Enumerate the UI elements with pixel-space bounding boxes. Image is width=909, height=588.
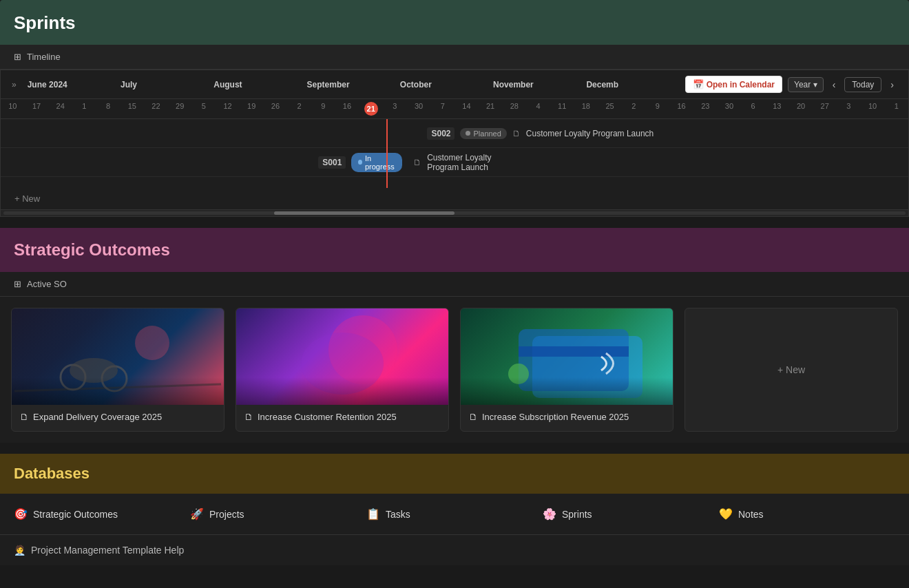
- month-august: August: [211, 80, 304, 90]
- card-subscription-title: Increase Subscription Revenue 2025: [482, 412, 629, 422]
- day-4: 4: [526, 102, 550, 116]
- collapse-icon[interactable]: »: [12, 80, 17, 90]
- db-sprints[interactable]: 🌸 Sprints: [543, 507, 719, 521]
- day-11: 11: [550, 102, 574, 116]
- strategic-outcomes-header: Strategic Outcomes: [0, 228, 909, 272]
- calendar-icon: 📅: [693, 79, 704, 90]
- day-30: 30: [407, 102, 431, 116]
- inprogress-dot: [358, 160, 362, 165]
- year-dropdown[interactable]: Year ▾: [788, 77, 824, 92]
- month-july: July: [118, 80, 211, 90]
- day-10b: 10: [861, 102, 885, 116]
- strategic-outcomes-section: Strategic Outcomes ⊞ Active SO: [0, 228, 909, 443]
- scrollbar-area[interactable]: [1, 209, 908, 216]
- scrollbar-thumb: [274, 211, 454, 215]
- db-notes[interactable]: 💛 Notes: [719, 507, 895, 521]
- active-so-bar[interactable]: ⊞ Active SO: [0, 272, 909, 297]
- card-retention[interactable]: 🗋 Increase Customer Retention 2025: [236, 308, 449, 432]
- new-strategic-outcome-card[interactable]: + New: [685, 308, 898, 432]
- clipboard-icon: 📋: [366, 507, 380, 521]
- day-9b: 9: [646, 102, 670, 116]
- s001-row[interactable]: S001 In progress 🗋 Customer Loyalty Prog…: [1, 148, 908, 177]
- db-tasks-label: Tasks: [386, 509, 410, 520]
- s001-status-badge: In progress: [351, 153, 402, 172]
- s001-id: S001: [318, 156, 346, 169]
- day-22: 22: [144, 102, 168, 116]
- month-october: October: [397, 80, 490, 90]
- day-6: 6: [741, 102, 765, 116]
- day-3a: 3: [383, 102, 407, 116]
- scrollbar-track: [3, 211, 906, 215]
- card-subscription-gradient: [461, 377, 673, 405]
- day-1b: 1: [884, 102, 908, 116]
- month-december: Decemb: [583, 80, 676, 90]
- month-november: November: [490, 80, 583, 90]
- s002-status-badge: Planned: [460, 128, 506, 139]
- day-17: 17: [25, 102, 49, 116]
- day-7: 7: [430, 102, 454, 116]
- today-indicator: 21: [364, 102, 378, 116]
- add-new-label: + New: [14, 193, 40, 204]
- s001-status-label: In progress: [365, 154, 395, 171]
- new-card-label: + New: [777, 364, 805, 375]
- card-retention-image-wrap: [236, 308, 448, 405]
- card-delivery-image-wrap: [12, 308, 224, 405]
- add-new-button[interactable]: + New: [1, 188, 908, 209]
- planned-dot: [466, 131, 470, 136]
- timeline-section: » June 2024 July August September Octobe…: [0, 70, 909, 217]
- s002-row[interactable]: S002 Planned 🗋 Customer Loyalty Program …: [1, 119, 908, 148]
- month-labels: June 2024 July August September October …: [25, 80, 677, 90]
- month-june: June 2024: [25, 80, 118, 90]
- db-sprints-label: Sprints: [562, 509, 592, 520]
- card-delivery-label: 🗋 Expand Delivery Coverage 2025: [12, 405, 224, 429]
- card-delivery-title: Expand Delivery Coverage 2025: [33, 412, 162, 422]
- card-subscription-label: 🗋 Increase Subscription Revenue 2025: [461, 405, 673, 429]
- s001-doc-text: Customer Loyalty Program Launch: [427, 153, 518, 172]
- day-16: 16: [335, 102, 359, 116]
- s002-doc-text: Customer Loyalty Program Launch: [526, 129, 654, 138]
- s001-bar: S001 In progress 🗋 Customer Loyalty Prog…: [318, 153, 518, 172]
- timeline-icon: ⊞: [14, 52, 21, 62]
- gallery-grid: 🗋 Expand Delivery Coverage 2025 🗋 Increa…: [0, 297, 909, 443]
- day-numbers: 10 17 24 1 8 15 22 29 5 12 19 26 2 9 16 …: [1, 99, 908, 119]
- month-september: September: [304, 80, 397, 90]
- day-8: 8: [96, 102, 121, 116]
- day-21-today: 21: [359, 102, 383, 116]
- databases-title: Databases: [14, 465, 895, 483]
- card-delivery-gradient: [12, 377, 224, 405]
- db-projects[interactable]: 🚀 Projects: [190, 507, 366, 521]
- open-calendar-button[interactable]: 📅 Open in Calendar: [685, 76, 782, 93]
- help-icon: 🧑‍💼: [14, 545, 25, 556]
- day-27: 27: [813, 102, 837, 116]
- prev-button[interactable]: ‹: [829, 78, 839, 92]
- card-delivery[interactable]: 🗋 Expand Delivery Coverage 2025: [11, 308, 224, 432]
- day-9: 9: [311, 102, 335, 116]
- sprints-section: Sprints ⊞ Timeline » June 2024 July Augu…: [0, 0, 909, 217]
- card-subscription[interactable]: 🗋 Increase Subscription Revenue 2025: [460, 308, 673, 432]
- card-subscription-image-wrap: [461, 308, 673, 405]
- day-15: 15: [120, 102, 144, 116]
- sprints-title: Sprints: [14, 12, 895, 34]
- timeline-bar: ⊞ Timeline: [0, 45, 909, 70]
- today-button[interactable]: Today: [844, 77, 881, 92]
- day-1a: 1: [72, 102, 96, 116]
- day-16b: 16: [669, 102, 693, 116]
- day-26: 26: [264, 102, 288, 116]
- db-projects-label: Projects: [209, 509, 244, 520]
- strategic-outcomes-title: Strategic Outcomes: [14, 240, 895, 260]
- help-row[interactable]: 🧑‍💼 Project Management Template Help: [0, 535, 909, 565]
- today-line: [386, 119, 388, 188]
- db-notes-label: Notes: [738, 509, 764, 520]
- databases-section: Databases 🎯 Strategic Outcomes 🚀 Project…: [0, 454, 909, 535]
- db-tasks[interactable]: 📋 Tasks: [366, 507, 543, 521]
- day-2a: 2: [287, 102, 311, 116]
- db-strategic-outcomes[interactable]: 🎯 Strategic Outcomes: [14, 507, 190, 521]
- calendar-controls: » June 2024 July August September Octobe…: [1, 70, 908, 99]
- next-button[interactable]: ›: [887, 78, 897, 92]
- day-28: 28: [502, 102, 526, 116]
- day-21b: 21: [479, 102, 503, 116]
- target-icon: 🎯: [14, 507, 28, 521]
- gantt-rows: S002 Planned 🗋 Customer Loyalty Program …: [1, 119, 908, 188]
- card-retention-gradient: [236, 377, 448, 405]
- day-29: 29: [168, 102, 192, 116]
